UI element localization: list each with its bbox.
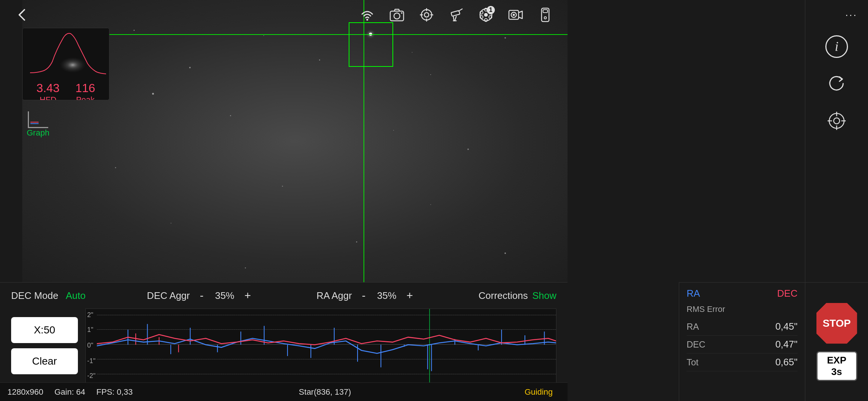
graph-icon [28, 111, 48, 128]
svg-line-12 [455, 16, 456, 21]
stats-dec-value: 0,47" [775, 339, 798, 350]
chart-y-max: 2" [87, 311, 93, 319]
corrections-group: Corrections Show [479, 290, 556, 301]
svg-point-16 [484, 13, 488, 17]
svg-point-3 [401, 12, 402, 14]
right-actions: STOP EXP 3s [805, 282, 868, 401]
svg-point-25 [513, 14, 515, 16]
svg-point-5 [424, 13, 429, 17]
telescope-button[interactable] [445, 4, 467, 26]
ra-aggr-minus[interactable]: - [356, 288, 371, 303]
exp-value: 3s [831, 366, 842, 378]
stats-panel: RA DEC RMS Error RA 0,45" DEC 0,47" Tot … [679, 282, 805, 401]
dec-aggr-group: DEC Aggr - 35% + [147, 288, 255, 303]
chart-y-min: -2" [87, 372, 95, 380]
dec-aggr-value: 35% [214, 290, 236, 301]
dec-mode-label: DEC Mode [11, 290, 58, 301]
corrections-label: Corrections [479, 290, 528, 301]
dec-aggr-minus[interactable]: - [194, 288, 209, 303]
stats-dec-row-label: DEC [687, 339, 706, 350]
peak-value: 116 Peak [75, 81, 95, 100]
ra-aggr-label: RA Aggr [316, 290, 352, 301]
status-fps: FPS: 0,33 [96, 387, 133, 397]
stats-ra-value: 0,45" [775, 321, 798, 332]
chart-area: X:50 Clear 2" 1" 0" -1" -2" [0, 309, 568, 383]
chart-buttons: X:50 Clear [11, 309, 78, 383]
ellipsis-button[interactable]: ··· [838, 7, 864, 22]
svg-point-0 [366, 19, 368, 21]
ra-aggr-value: 35% [376, 290, 398, 301]
guiding-chart: 2" 1" 0" -1" -2" [85, 309, 556, 383]
top-toolbar: 1 [0, 0, 568, 30]
status-bar: 1280x960 Gain: 64 FPS: 0,33 Star(836, 13… [0, 382, 568, 401]
chart-y-1: 1" [87, 326, 93, 334]
exp-label: EXP [827, 355, 846, 366]
info-button[interactable]: i [824, 33, 850, 59]
refresh-button[interactable] [824, 71, 850, 97]
svg-line-11 [458, 9, 462, 11]
ra-aggr-plus[interactable]: + [402, 288, 417, 303]
filter-wheel-button[interactable]: 1 [475, 4, 497, 26]
corrections-show-btn[interactable]: Show [532, 290, 556, 301]
camera-button[interactable] [386, 4, 408, 26]
x50-button[interactable]: X:50 [11, 317, 78, 343]
target-button[interactable] [415, 4, 438, 26]
wifi-button[interactable] [356, 4, 378, 26]
hfd-value: 3.43 HFD [36, 81, 59, 100]
chart-y-0: 0" [87, 342, 93, 349]
status-resolution: 1280x960 [7, 387, 43, 397]
hfd-graph [23, 28, 109, 78]
stats-ra-row-label: RA [687, 322, 699, 332]
stats-tot-value: 0,65" [775, 356, 798, 368]
status-gain: Gain: 64 [55, 387, 85, 397]
ra-aggr-group: RA Aggr - 35% + [316, 288, 417, 303]
status-star: Star(836, 137) [299, 387, 351, 397]
right-sidebar: ··· i [805, 0, 868, 282]
stats-dec-row: DEC 0,47" [687, 336, 798, 353]
crosshair-button[interactable] [824, 108, 850, 134]
svg-point-2 [394, 13, 400, 19]
stats-header: RA DEC [687, 288, 798, 299]
stats-ra-label: RA [687, 288, 700, 299]
svg-rect-27 [543, 10, 548, 13]
clear-button[interactable]: Clear [11, 348, 78, 374]
stats-tot-label: Tot [687, 357, 698, 368]
storage-button[interactable] [534, 4, 556, 26]
hfd-values: 3.43 HFD 116 Peak [23, 78, 109, 100]
hfd-panel: 3.43 HFD 116 Peak [22, 28, 109, 100]
svg-point-34 [834, 118, 840, 124]
filter-badge: 1 [487, 6, 495, 14]
svg-text:i: i [835, 39, 838, 54]
dec-mode-row: DEC Mode Auto DEC Aggr - 35% + RA Aggr -… [0, 283, 568, 309]
svg-rect-26 [542, 8, 549, 22]
stats-tot-row: Tot 0,65" [687, 353, 798, 371]
video-button[interactable] [504, 4, 527, 26]
stats-dec-label: DEC [777, 288, 798, 299]
graph-label: Graph [27, 128, 49, 138]
chart-y-neg1: -1" [87, 357, 95, 365]
status-guiding: Guiding [525, 387, 553, 397]
exp-button[interactable]: EXP 3s [816, 351, 857, 381]
bottom-area: DEC Mode Auto DEC Aggr - 35% + RA Aggr -… [0, 282, 568, 401]
back-button[interactable] [11, 4, 33, 26]
dec-aggr-label: DEC Aggr [147, 290, 190, 301]
stats-ra-row: RA 0,45" [687, 318, 798, 336]
svg-line-13 [453, 16, 454, 21]
dec-aggr-plus[interactable]: + [240, 288, 255, 303]
dec-mode-value[interactable]: Auto [66, 290, 86, 301]
stats-rms-label: RMS Error [687, 304, 798, 314]
svg-point-4 [421, 10, 432, 20]
graph-button[interactable]: Graph [27, 111, 49, 138]
svg-point-28 [544, 17, 546, 19]
svg-point-30 [52, 50, 89, 73]
stop-button[interactable]: STOP [816, 303, 857, 344]
